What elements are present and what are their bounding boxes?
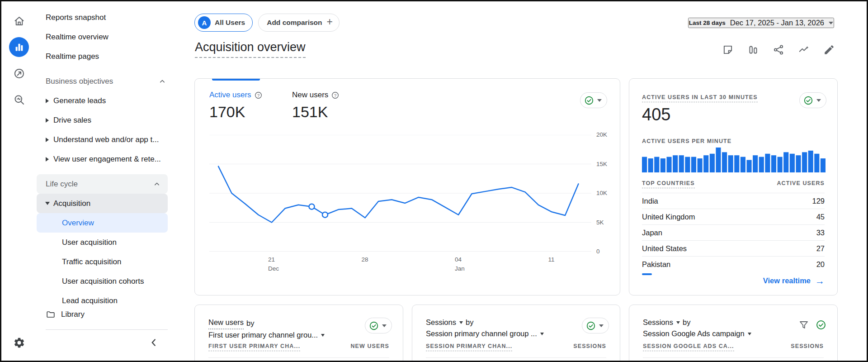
caret-down-icon bbox=[829, 22, 833, 24]
sidebar-item-traffic-acquisition[interactable]: Traffic acquisition bbox=[37, 252, 168, 272]
section-business-objectives[interactable]: Business objectives bbox=[37, 71, 173, 91]
metric-active-users[interactable]: Active users ? 170K bbox=[209, 90, 262, 121]
plus-icon: + bbox=[327, 17, 333, 27]
sidebar-item-lead-acquisition[interactable]: Lead acquisition bbox=[37, 291, 168, 305]
add-comparison-button[interactable]: Add comparison + bbox=[258, 14, 340, 32]
metric-dropdown[interactable]: Sessions bbox=[426, 317, 463, 328]
svg-text:?: ? bbox=[257, 93, 259, 97]
new-users-by-channel-card: New users by First user primary channel … bbox=[194, 305, 403, 362]
dimension-dropdown[interactable]: First user primary channel grou... bbox=[208, 329, 325, 341]
table-row: Japan33 bbox=[642, 224, 825, 240]
settings-gear-icon[interactable] bbox=[9, 333, 29, 352]
sidebar-item-acquisition[interactable]: Acquisition bbox=[37, 194, 168, 213]
report-actions bbox=[719, 41, 838, 58]
comparison-chips: A All Users Add comparison + bbox=[194, 14, 340, 32]
card-title: Sessions by Session Google Ads campaign bbox=[643, 317, 751, 339]
caret-down-icon bbox=[676, 321, 680, 324]
page-title: Acquisition overview bbox=[195, 40, 306, 58]
data-quality-dropdown[interactable] bbox=[365, 318, 392, 333]
card-title: Sessions by Session primary channel grou… bbox=[426, 317, 544, 339]
reports-icon[interactable] bbox=[9, 37, 29, 57]
dimension-dropdown[interactable]: Session Google Ads campaign bbox=[643, 328, 751, 339]
metric-dropdown[interactable]: Sessions bbox=[643, 317, 680, 328]
sidebar-item-understand-web-app[interactable]: Understand web and/or app t... bbox=[37, 130, 173, 149]
add-note-icon[interactable] bbox=[719, 41, 736, 58]
line-chart-xlabels: 21Dec2804Jan11 bbox=[209, 255, 591, 278]
filter-funnel-icon[interactable] bbox=[798, 319, 809, 330]
explore-icon[interactable] bbox=[9, 90, 29, 110]
collapse-down-icon bbox=[41, 202, 53, 205]
svg-text:?: ? bbox=[334, 93, 336, 97]
edit-icon[interactable] bbox=[821, 41, 838, 58]
table-row: United States27 bbox=[642, 240, 825, 256]
caret-down-icon bbox=[459, 321, 463, 324]
sessions-by-campaign-card: Sessions by Session Google Ads campaign … bbox=[629, 305, 838, 362]
date-range-picker[interactable]: Last 28 days Dec 17, 2025 - Jan 13, 2026 bbox=[688, 18, 834, 28]
sidebar-item-library[interactable]: Library bbox=[37, 305, 173, 324]
sessions-by-channel-card: Sessions by Session primary channel grou… bbox=[412, 305, 620, 362]
share-icon[interactable] bbox=[770, 41, 787, 58]
metric-new-users[interactable]: New users ? 151K bbox=[292, 90, 339, 121]
expand-right-icon bbox=[41, 157, 53, 162]
table-row: India129 bbox=[642, 193, 825, 209]
nav-rail bbox=[1, 1, 37, 361]
sidebar-item-drive-sales[interactable]: Drive sales bbox=[37, 110, 173, 130]
collapse-sidebar-icon[interactable] bbox=[148, 337, 160, 348]
card-controls bbox=[798, 319, 826, 330]
segment-avatar: A bbox=[198, 16, 211, 29]
all-users-chip[interactable]: A All Users bbox=[194, 14, 253, 32]
help-icon[interactable]: ? bbox=[331, 91, 339, 99]
top-countries-header: TOP COUNTRIES bbox=[642, 180, 695, 188]
insights-icon[interactable] bbox=[795, 41, 812, 58]
main-content: A All Users Add comparison + Last 28 day… bbox=[173, 1, 867, 361]
dimension-dropdown[interactable]: Session primary channel group ... bbox=[426, 328, 544, 339]
data-quality-dropdown[interactable] bbox=[799, 92, 826, 108]
caret-down-icon bbox=[748, 333, 751, 335]
help-icon[interactable]: ? bbox=[255, 91, 262, 99]
expand-right-icon bbox=[41, 99, 53, 103]
sidebar-item-realtime-overview[interactable]: Realtime overview bbox=[37, 27, 173, 47]
sidebar-item-view-engagement[interactable]: View user engagement & rete... bbox=[37, 149, 173, 169]
home-icon[interactable] bbox=[9, 11, 29, 31]
chevron-up-icon bbox=[158, 77, 167, 86]
table-header: SESSION PRIMARY CHAN... SESSIONS bbox=[426, 343, 606, 358]
top-countries-table: India129 United Kingdom45 Japan33 United… bbox=[642, 193, 825, 272]
check-circle-icon bbox=[369, 321, 379, 331]
caret-down-icon bbox=[540, 333, 544, 335]
data-quality-dropdown[interactable] bbox=[580, 92, 607, 108]
table-header: FIRST USER PRIMARY CHA... NEW USERS bbox=[208, 343, 389, 358]
realtime-title: ACTIVE USERS IN LAST 30 MINUTES bbox=[642, 94, 758, 102]
per-minute-label: ACTIVE USERS PER MINUTE bbox=[642, 138, 731, 144]
comparison-icon[interactable] bbox=[745, 41, 762, 58]
caret-down-icon bbox=[382, 324, 387, 327]
caret-down-icon bbox=[816, 99, 821, 102]
line-chart-ylabels: 05K10K15K20K bbox=[596, 135, 619, 252]
check-circle-icon[interactable] bbox=[816, 319, 826, 330]
sidebar-item-reports-snapshot[interactable]: Reports snapshot bbox=[37, 8, 173, 27]
view-realtime-link[interactable]: View realtime → bbox=[763, 276, 825, 286]
sidebar-scroll-area: Reports snapshot Realtime overview Realt… bbox=[37, 8, 173, 305]
active-users-line-chart: 05K10K15K20K 21Dec2804Jan11 bbox=[209, 135, 616, 284]
segment-label: All Users bbox=[215, 19, 245, 27]
sidebar-item-generate-leads[interactable]: Generate leads bbox=[37, 91, 173, 110]
section-life-cycle[interactable]: Life cycle bbox=[37, 174, 168, 194]
table-row: United Kingdom45 bbox=[642, 209, 825, 224]
arrow-right-icon: → bbox=[815, 276, 825, 286]
sidebar-item-user-acquisition[interactable]: User acquisition bbox=[37, 233, 168, 252]
chevron-up-icon bbox=[152, 180, 161, 189]
card-title: New users by First user primary channel … bbox=[208, 317, 325, 341]
caret-down-icon bbox=[597, 99, 602, 102]
line-chart-svg bbox=[209, 135, 591, 252]
caret-down-icon bbox=[321, 334, 325, 337]
sidebar-collapse-row bbox=[37, 330, 173, 355]
check-circle-icon bbox=[803, 95, 813, 105]
sidebar-item-overview[interactable]: Overview bbox=[37, 213, 168, 233]
caret-down-icon bbox=[599, 324, 604, 327]
reports-sidebar: Reports snapshot Realtime overview Realt… bbox=[37, 1, 173, 361]
sidebar-item-realtime-pages[interactable]: Realtime pages bbox=[37, 47, 173, 66]
data-quality-dropdown[interactable] bbox=[582, 318, 609, 333]
expand-right-icon bbox=[41, 138, 53, 142]
check-circle-icon bbox=[586, 321, 596, 331]
sidebar-item-user-acquisition-cohorts[interactable]: User acquisition cohorts bbox=[37, 272, 168, 291]
advertising-icon[interactable] bbox=[9, 63, 29, 83]
